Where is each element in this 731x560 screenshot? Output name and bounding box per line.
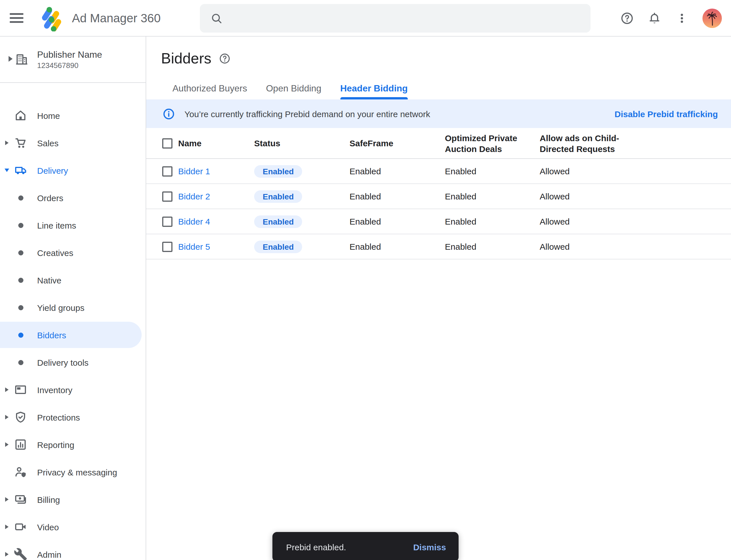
expand-caret-icon bbox=[5, 525, 9, 529]
table-header-row: Name Status SafeFrame Optimized Private … bbox=[146, 128, 731, 159]
safeframe-value: Enabled bbox=[350, 242, 445, 251]
status-badge: Enabled bbox=[254, 190, 303, 203]
safeframe-value: Enabled bbox=[350, 191, 445, 201]
more-options-button[interactable] bbox=[675, 11, 689, 25]
sidebar-item-protections[interactable]: Protections bbox=[0, 403, 146, 431]
sidebar-nav: Home Sales bbox=[0, 83, 146, 560]
home-icon bbox=[14, 109, 27, 122]
bullet-icon bbox=[18, 223, 23, 228]
expand-caret-icon bbox=[5, 552, 9, 557]
column-header-name: Name bbox=[178, 138, 254, 148]
info-icon bbox=[163, 108, 175, 120]
search-icon bbox=[210, 12, 223, 25]
sidebar-item-native[interactable]: Native bbox=[0, 266, 146, 294]
sidebar-item-billing[interactable]: Billing bbox=[0, 486, 146, 513]
tab-header-bidding[interactable]: Header Bidding bbox=[340, 83, 407, 99]
payments-icon bbox=[14, 493, 27, 506]
child-directed-value: Allowed bbox=[540, 242, 731, 251]
expand-caret-icon bbox=[5, 497, 9, 502]
banner-message: You’re currently trafficking Prebid dema… bbox=[185, 109, 430, 119]
sidebar-item-delivery[interactable]: Delivery bbox=[0, 157, 146, 184]
building-icon bbox=[15, 53, 29, 66]
sidebar-item-reporting[interactable]: Reporting bbox=[0, 431, 146, 458]
bidder-link[interactable]: Bidder 1 bbox=[178, 166, 210, 176]
optimized-deals-value: Enabled bbox=[445, 217, 540, 226]
sidebar-item-creatives[interactable]: Creatives bbox=[0, 239, 146, 266]
expand-caret-icon bbox=[5, 387, 9, 392]
video-camera-icon bbox=[14, 520, 27, 534]
snackbar-toast: Prebid enabled. Dismiss bbox=[273, 532, 458, 560]
help-button[interactable] bbox=[620, 11, 634, 25]
bullet-icon bbox=[18, 360, 23, 365]
page-help-icon[interactable] bbox=[219, 52, 231, 64]
bullet-icon bbox=[18, 332, 23, 337]
column-header-allow-ads-child-directed: Allow ads on Child-Directed Requests bbox=[540, 132, 625, 154]
palm-tree-photo bbox=[704, 10, 721, 27]
app-title: Ad Manager 360 bbox=[72, 11, 161, 25]
sidebar-item-yield-groups[interactable]: Yield groups bbox=[0, 294, 146, 321]
page-title: Bidders bbox=[161, 50, 211, 66]
bidder-link[interactable]: Bidder 2 bbox=[178, 191, 210, 201]
status-badge: Enabled bbox=[254, 215, 303, 228]
shopping-cart-icon bbox=[14, 136, 27, 150]
publisher-switcher[interactable]: Publisher Name 1234567890 bbox=[0, 37, 146, 82]
row-checkbox[interactable] bbox=[162, 241, 173, 252]
column-header-safeframe: SafeFrame bbox=[350, 138, 445, 148]
optimized-deals-value: Enabled bbox=[445, 166, 540, 176]
search-input[interactable] bbox=[223, 4, 590, 33]
bullet-icon bbox=[18, 195, 23, 200]
safeframe-value: Enabled bbox=[350, 166, 445, 176]
child-directed-value: Allowed bbox=[540, 191, 731, 201]
row-checkbox[interactable] bbox=[162, 191, 173, 201]
bell-icon bbox=[648, 11, 661, 25]
app-bar: Ad Manager 360 bbox=[0, 0, 731, 37]
child-directed-value: Allowed bbox=[540, 217, 731, 226]
hamburger-menu-icon[interactable] bbox=[10, 11, 23, 25]
column-header-optimized-private-auction-deals: Optimized Private Auction Deals bbox=[445, 132, 520, 154]
toast-message: Prebid enabled. bbox=[286, 542, 346, 552]
publisher-expand-caret-icon[interactable] bbox=[9, 56, 13, 62]
sidebar-item-inventory[interactable]: Inventory bbox=[0, 376, 146, 403]
sidebar-item-privacy-messaging[interactable]: Privacy & messaging bbox=[0, 458, 146, 486]
sidebar-item-bidders[interactable]: Bidders bbox=[0, 321, 146, 349]
row-checkbox[interactable] bbox=[162, 216, 173, 227]
sidebar-item-home[interactable]: Home bbox=[0, 102, 146, 129]
bidder-link[interactable]: Bidder 5 bbox=[178, 242, 210, 251]
tab-authorized-buyers[interactable]: Authorized Buyers bbox=[173, 83, 247, 99]
inventory-icon bbox=[14, 383, 27, 397]
bar-chart-icon bbox=[14, 438, 27, 451]
optimized-deals-value: Enabled bbox=[445, 242, 540, 251]
sidebar-item-delivery-tools[interactable]: Delivery tools bbox=[0, 349, 146, 376]
bidder-link[interactable]: Bidder 4 bbox=[178, 217, 210, 226]
search-bar[interactable] bbox=[200, 4, 590, 33]
main-content: Bidders Authorized Buyers Open Bidding H… bbox=[146, 37, 731, 560]
column-header-status: Status bbox=[254, 138, 350, 148]
expand-caret-icon bbox=[5, 442, 9, 447]
collapse-caret-icon bbox=[5, 169, 9, 172]
table-row-bidder-2: Bidder 2 Enabled Enabled Enabled Allowed bbox=[146, 184, 731, 209]
table-row-bidder-4: Bidder 4 Enabled Enabled Enabled Allowed bbox=[146, 209, 731, 234]
user-avatar[interactable] bbox=[702, 9, 722, 28]
notifications-button[interactable] bbox=[648, 11, 661, 25]
wrench-icon bbox=[14, 547, 27, 560]
safeframe-value: Enabled bbox=[350, 217, 445, 226]
dismiss-button[interactable]: Dismiss bbox=[413, 542, 446, 552]
table-row-bidder-1: Bidder 1 Enabled Enabled Enabled Allowed bbox=[146, 159, 731, 184]
sidebar-item-admin[interactable]: Admin bbox=[0, 541, 146, 560]
row-checkbox[interactable] bbox=[162, 166, 173, 176]
person-shield-icon bbox=[14, 465, 27, 479]
sidebar-item-sales[interactable]: Sales bbox=[0, 129, 146, 157]
child-directed-value: Allowed bbox=[540, 166, 731, 176]
disable-prebid-trafficking-link[interactable]: Disable Prebid trafficking bbox=[614, 109, 718, 119]
status-badge: Enabled bbox=[254, 165, 303, 177]
publisher-network-id: 1234567890 bbox=[37, 61, 102, 69]
status-badge: Enabled bbox=[254, 240, 303, 253]
bullet-icon bbox=[18, 305, 23, 310]
sidebar-item-video[interactable]: Video bbox=[0, 513, 146, 541]
sidebar: Publisher Name 1234567890 Home bbox=[0, 37, 146, 560]
sidebar-item-line-items[interactable]: Line items bbox=[0, 211, 146, 239]
tab-open-bidding[interactable]: Open Bidding bbox=[266, 83, 321, 99]
publisher-name: Publisher Name bbox=[37, 49, 102, 60]
select-all-checkbox[interactable] bbox=[162, 138, 173, 148]
sidebar-item-orders[interactable]: Orders bbox=[0, 184, 146, 211]
